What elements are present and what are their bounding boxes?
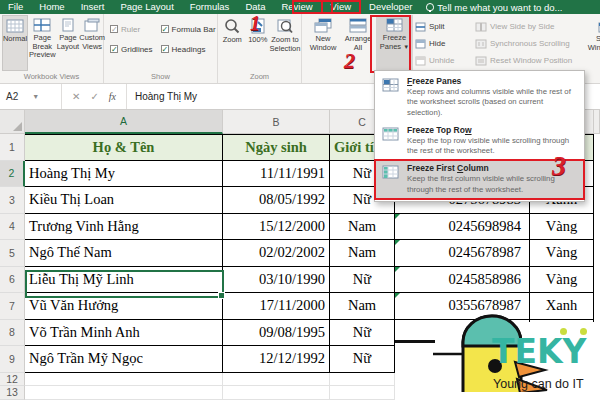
freeze-panes-button[interactable]: Freeze Panes ▼ — [376, 15, 413, 71]
name-box[interactable]: A2 ▼ — [0, 84, 62, 109]
formula-bar-checkbox[interactable]: ✓Formula Bar — [161, 22, 216, 36]
row-header-4[interactable]: 4 — [0, 214, 25, 241]
freeze-first-column-icon — [379, 163, 401, 195]
zoom-100-label: 100% — [248, 36, 267, 45]
cell-name[interactable]: Vũ Văn Hưởng — [25, 293, 223, 320]
zoom-to-selection-button[interactable]: Zoom to Selection — [271, 15, 299, 71]
normal-view-button[interactable]: Normal — [2, 15, 28, 71]
page-break-preview-button[interactable]: Page Break Preview — [29, 15, 56, 71]
custom-views-button[interactable]: Custom Views — [80, 15, 104, 71]
ribbon-tab-file[interactable]: File — [0, 0, 31, 14]
ribbon-tab-insert[interactable]: Insert — [73, 0, 113, 14]
cell-phone[interactable]: 0245858986 — [395, 267, 530, 294]
page-layout-icon — [61, 18, 75, 32]
menu-item-freeze-first-column[interactable]: Freeze First ColumnKeep the first column… — [375, 160, 584, 199]
cell-dob[interactable]: 03/10/1990 — [223, 267, 330, 294]
ribbon-tab-page-layout[interactable]: Page Layout — [112, 0, 181, 14]
number-as-text-indicator — [395, 267, 400, 272]
ribbon-tab-home[interactable]: Home — [31, 0, 72, 14]
ribbon-tab-bar: FileHomeInsertPage LayoutFormulasDataRev… — [0, 0, 600, 14]
cell-dob[interactable]: 11/11/1991 — [223, 161, 330, 188]
empty-cell[interactable] — [223, 386, 330, 400]
cell-dob[interactable]: 15/12/2000 — [223, 214, 330, 241]
synchronous-scrolling-button[interactable]: Synchronous Scrolling — [475, 36, 583, 51]
hide-button[interactable]: Hide — [415, 36, 473, 51]
ribbon-tab-developer[interactable]: Developer — [361, 0, 420, 14]
page-layout-button[interactable]: Page Layout — [57, 15, 80, 71]
name-box-caret-icon[interactable]: ▼ — [32, 93, 39, 100]
arrange-all-button[interactable]: Arrange All — [342, 15, 374, 71]
row-header-13[interactable]: 13 — [0, 386, 25, 400]
empty-cell[interactable] — [330, 373, 395, 387]
column-header-f[interactable] — [594, 110, 600, 134]
enter-check-icon[interactable]: ✓ — [90, 91, 98, 102]
row-header-7[interactable]: 7 — [0, 293, 25, 320]
cell-name[interactable]: Liễu Thị Mỹ Linh — [25, 267, 223, 294]
row-header-5[interactable]: 5 — [0, 240, 25, 267]
cell-name[interactable]: Hoàng Thị My — [25, 161, 223, 188]
ruler-checkbox[interactable]: ✓Ruler — [110, 22, 153, 36]
row-header-6[interactable]: 6 — [0, 267, 25, 294]
ribbon-tab-formulas[interactable]: Formulas — [182, 0, 238, 14]
menu-item-freeze-panes[interactable]: Freeze PanesKeep rows and columns visibl… — [375, 73, 584, 122]
tell-me-label: Tell me what you want to do... — [437, 2, 562, 13]
cell-dob[interactable]: 08/05/1992 — [223, 187, 330, 214]
headings-checkbox[interactable]: ✓Headings — [161, 42, 216, 56]
insert-function-icon[interactable]: fx — [109, 91, 116, 102]
ribbon-tab-view[interactable]: View — [321, 0, 361, 14]
cell-gender[interactable]: Nữ — [330, 346, 395, 373]
new-window-button[interactable]: New Window — [306, 15, 340, 71]
zoom-label: Zoom — [223, 36, 242, 45]
cancel-icon[interactable]: ✕ — [72, 91, 80, 102]
empty-cell[interactable] — [25, 386, 223, 400]
header-cell-dob[interactable]: Ngày sinh — [223, 134, 330, 161]
reset-window-position-button[interactable]: Reset Window Position — [475, 53, 583, 68]
cell-gender[interactable]: Nam — [330, 240, 395, 267]
row-header-8[interactable]: 8 — [0, 320, 25, 347]
row-header-2[interactable]: 2 — [0, 161, 25, 188]
cell-dob[interactable]: 17/11/2000 — [223, 293, 330, 320]
split-icon — [415, 22, 426, 32]
view-side-by-side-button[interactable]: View Side by Side — [475, 19, 583, 34]
cell-color[interactable]: Vàng — [530, 267, 594, 294]
cell-name[interactable]: Trương Vinh Hằng — [25, 214, 223, 241]
cell-gender[interactable]: Nữ — [330, 320, 395, 347]
unhide-button[interactable]: Unhide — [415, 53, 473, 68]
cell-name[interactable]: Võ Trần Minh Anh — [25, 320, 223, 347]
cell-dob[interactable]: 02/02/2002 — [223, 240, 330, 267]
row-header-3[interactable]: 3 — [0, 187, 25, 214]
column-header-b[interactable]: B — [223, 110, 330, 134]
cell-color[interactable]: Vàng — [530, 214, 594, 241]
gridlines-checkbox[interactable]: ✓Gridlines — [110, 42, 153, 56]
cell-dob[interactable]: 09/08/1995 — [223, 320, 330, 347]
zoom-100-button[interactable]: 100% — [246, 15, 271, 71]
row-header-1[interactable]: 1 — [0, 134, 25, 161]
cell-dob[interactable]: 12/12/1992 — [223, 346, 330, 373]
cell-color[interactable]: Vàng — [530, 240, 594, 267]
cell-name[interactable]: Ngô Trần Mỹ Ngọc — [25, 346, 223, 373]
empty-cell[interactable] — [330, 386, 395, 400]
row-header-12[interactable]: 12 — [0, 373, 25, 387]
empty-cell[interactable] — [223, 373, 330, 387]
ribbon-tab-review[interactable]: Review — [273, 0, 320, 14]
ribbon-tab-data[interactable]: Data — [237, 0, 273, 14]
group-workbook-views: Normal Page Break Preview Page Layout Cu… — [0, 14, 104, 83]
group-label-show: Show — [104, 72, 217, 83]
cell-phone[interactable]: 0245678987 — [395, 240, 530, 267]
header-cell-name[interactable]: Họ & Tên — [25, 134, 223, 161]
select-all-corner[interactable] — [0, 110, 25, 134]
tell-me-box[interactable]: Tell me what you want to do... — [420, 2, 562, 13]
empty-cell[interactable] — [25, 373, 223, 387]
cell-gender[interactable]: Nam — [330, 293, 395, 320]
cell-gender[interactable]: Nam — [330, 214, 395, 241]
cell-name[interactable]: Kiều Thị Loan — [25, 187, 223, 214]
cell-gender[interactable]: Nữ — [330, 267, 395, 294]
cell-phone[interactable]: 0245698984 — [395, 214, 530, 241]
row-header-9[interactable]: 9 — [0, 346, 25, 373]
menu-item-freeze-top-row[interactable]: Freeze Top RowKeep the top row visible w… — [375, 122, 584, 161]
switch-windows-button[interactable]: Switch Windows ▼ — [585, 15, 600, 71]
zoom-button[interactable]: Zoom — [220, 15, 245, 71]
split-button[interactable]: Split — [415, 19, 473, 34]
cell-name[interactable]: Ngô Thế Nam — [25, 240, 223, 267]
column-header-a[interactable]: A — [25, 110, 223, 134]
